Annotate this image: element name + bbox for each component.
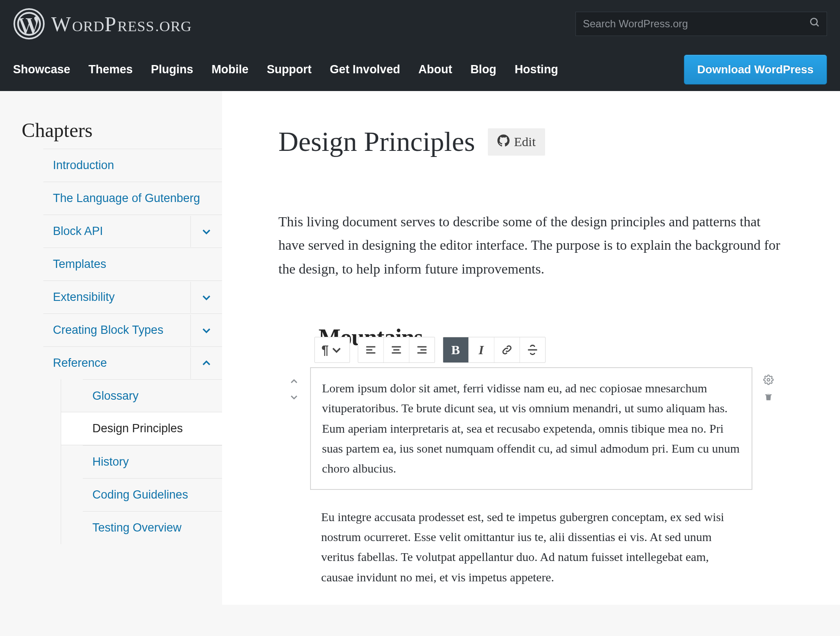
sidebar-item-label[interactable]: Reference xyxy=(43,347,190,379)
move-down-button[interactable] xyxy=(288,391,301,404)
svg-point-13 xyxy=(767,378,770,381)
nav-hosting[interactable]: Hosting xyxy=(515,63,559,76)
nav-mobile[interactable]: Mobile xyxy=(212,63,249,76)
bold-button[interactable]: B xyxy=(443,337,469,362)
site-logo[interactable]: WORDPRESS .ORG xyxy=(13,8,192,40)
sidebar-item-label[interactable]: Introduction xyxy=(43,149,222,182)
block-settings-button[interactable] xyxy=(762,373,775,386)
sidebar-item-reference[interactable]: Reference xyxy=(43,346,222,379)
editor-preview: Mountains ¶ xyxy=(310,324,752,587)
search-icon[interactable] xyxy=(809,17,820,31)
sidebar-subitem-testing-overview[interactable]: Testing Overview xyxy=(83,511,222,544)
align-center-button[interactable] xyxy=(384,337,409,362)
sidebar-subitem-glossary[interactable]: Glossary xyxy=(83,379,222,412)
sidebar-subitem-design-principles[interactable]: Design Principles xyxy=(61,412,222,445)
sidebar-item-label[interactable]: Templates xyxy=(43,248,222,280)
nav-themes[interactable]: Themes xyxy=(88,63,133,76)
gear-icon xyxy=(763,375,774,385)
link-button[interactable] xyxy=(494,337,520,362)
expand-toggle[interactable] xyxy=(190,315,222,346)
strikethrough-icon xyxy=(526,344,539,356)
site-search[interactable] xyxy=(575,12,827,36)
strikethrough-button[interactable] xyxy=(520,337,545,362)
selected-paragraph-block[interactable]: Lorem ipsum dolor sit amet, ferri vidiss… xyxy=(310,367,752,490)
chevron-down-icon xyxy=(330,344,343,356)
sidebar-item-language-of-gutenberg[interactable]: The Language of Gutenberg xyxy=(43,182,222,215)
sidebar-title: Chapters xyxy=(22,119,222,142)
block-toolbar: ¶ B xyxy=(314,337,752,363)
sidebar-item-label[interactable]: Block API xyxy=(43,215,190,248)
bold-icon: B xyxy=(451,342,460,357)
svg-line-2 xyxy=(816,24,818,26)
italic-button[interactable]: I xyxy=(469,337,494,362)
sidebar-item-extensibility[interactable]: Extensibility xyxy=(43,280,222,313)
svg-point-1 xyxy=(811,18,817,25)
block-delete-button[interactable] xyxy=(762,391,775,404)
sidebar-item-label[interactable]: The Language of Gutenberg xyxy=(43,182,222,215)
main-content: Design Principles Edit This living docum… xyxy=(222,91,840,605)
sidebar-item-introduction[interactable]: Introduction xyxy=(43,149,222,182)
sidebar-subitem-history[interactable]: History xyxy=(83,445,222,478)
align-right-button[interactable] xyxy=(409,337,435,362)
search-input[interactable] xyxy=(582,17,809,30)
sidebar-item-templates[interactable]: Templates xyxy=(43,248,222,280)
nav-plugins[interactable]: Plugins xyxy=(151,63,193,76)
move-up-button[interactable] xyxy=(288,375,301,388)
collapse-toggle[interactable] xyxy=(190,348,222,379)
download-button[interactable]: Download WordPress xyxy=(684,55,827,85)
expand-toggle[interactable] xyxy=(190,282,222,313)
sidebar-item-label[interactable]: Glossary xyxy=(83,380,222,412)
nav-get-involved[interactable]: Get Involved xyxy=(330,63,400,76)
paragraph-block[interactable]: Eu integre accusata prodesset est, sed t… xyxy=(310,507,752,587)
italic-icon: I xyxy=(479,342,484,357)
nav-support[interactable]: Support xyxy=(267,63,311,76)
sidebar-item-label[interactable]: Creating Block Types xyxy=(43,314,190,346)
sidebar-item-label[interactable]: History xyxy=(83,446,222,478)
sidebar-sublist-reference: Glossary Design Principles History Codin… xyxy=(61,379,222,544)
intro-paragraph: This living document serves to describe … xyxy=(278,210,784,280)
link-icon xyxy=(501,344,513,356)
sidebar-item-label[interactable]: Extensibility xyxy=(43,281,190,313)
expand-toggle[interactable] xyxy=(190,216,222,247)
sidebar-item-creating-block-types[interactable]: Creating Block Types xyxy=(43,313,222,346)
sidebar: Chapters Introduction The Language of Gu… xyxy=(0,91,222,605)
sidebar-item-label[interactable]: Design Principles xyxy=(83,412,222,445)
block-side-actions xyxy=(762,373,775,404)
block-mover xyxy=(288,375,301,404)
sidebar-subitem-coding-guidelines[interactable]: Coding Guidelines xyxy=(83,478,222,511)
nav-about[interactable]: About xyxy=(418,63,452,76)
edit-button[interactable]: Edit xyxy=(488,128,545,156)
trash-icon xyxy=(764,392,773,402)
pilcrow-icon: ¶ xyxy=(321,342,329,357)
wordpress-logo-icon xyxy=(13,8,45,40)
edit-label: Edit xyxy=(514,134,536,149)
page-title: Design Principles xyxy=(278,126,475,158)
site-header: WORDPRESS .ORG Showcase Themes Plugins M… xyxy=(0,0,840,91)
align-left-button[interactable] xyxy=(358,337,384,362)
nav-blog[interactable]: Blog xyxy=(471,63,497,76)
nav-showcase[interactable]: Showcase xyxy=(13,63,70,76)
site-logo-text: WORDPRESS .ORG xyxy=(51,12,192,36)
block-type-dropdown[interactable]: ¶ xyxy=(315,337,350,362)
sidebar-item-label[interactable]: Testing Overview xyxy=(83,512,222,544)
github-icon xyxy=(497,134,510,150)
sidebar-item-label[interactable]: Coding Guidelines xyxy=(83,479,222,511)
sidebar-item-block-api[interactable]: Block API xyxy=(43,215,222,248)
primary-nav: Showcase Themes Plugins Mobile Support G… xyxy=(13,63,558,76)
